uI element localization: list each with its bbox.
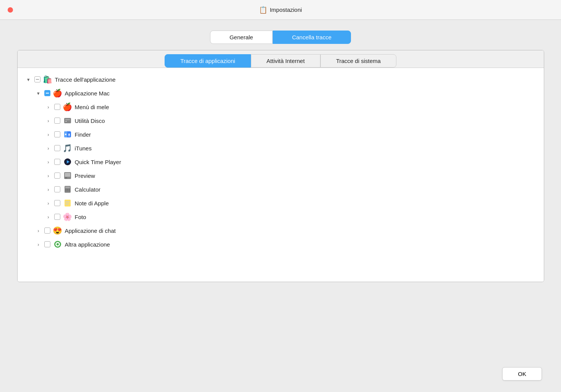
svg-rect-1 — [65, 119, 70, 120]
window-title: 📋 Impostazioni — [259, 6, 302, 14]
icon-finder — [63, 129, 73, 139]
checkbox-root[interactable] — [34, 76, 40, 82]
svg-rect-16 — [67, 189, 68, 190]
icon-utilita-disco — [63, 116, 73, 126]
chevron-menu-mele[interactable]: › — [45, 104, 52, 110]
tree-row-chat: › 😍 Applicazione di chat — [25, 224, 536, 237]
chevron-finder[interactable]: › — [45, 132, 52, 137]
label-calculator: Calculator — [75, 186, 101, 193]
svg-rect-14 — [65, 187, 70, 188]
label-applicazione-mac: Applicazione Mac — [65, 90, 110, 97]
svg-point-6 — [68, 134, 70, 135]
tree-row-finder: › Finder — [25, 127, 536, 141]
tree-row-quicktime: › Quick Time Player — [25, 155, 536, 169]
tree-row-menu-mele: › 🍎 Menù di mele — [25, 100, 536, 114]
label-itunes: iTunes — [75, 145, 92, 152]
chevron-altra[interactable]: › — [35, 242, 42, 247]
label-note: Note di Apple — [75, 200, 109, 206]
main-content: Generale Cancella tracce Tracce di appli… — [0, 20, 561, 290]
checkbox-utilita-disco[interactable] — [54, 118, 60, 124]
checkbox-calculator[interactable] — [54, 186, 60, 192]
tree-row-foto: › 🌸 Foto — [25, 210, 536, 224]
icon-menu-mele: 🍎 — [63, 102, 73, 112]
top-tab-bar: Generale Cancella tracce — [210, 31, 351, 44]
tab-cancella-tracce[interactable]: Cancella tracce — [273, 31, 351, 44]
chevron-preview[interactable]: › — [45, 173, 52, 179]
checkbox-altra[interactable] — [44, 241, 50, 247]
icon-preview — [63, 171, 73, 181]
chevron-chat[interactable]: › — [35, 228, 42, 234]
checkbox-applicazione-mac[interactable] — [44, 90, 50, 96]
svg-rect-11 — [65, 173, 70, 177]
tree-row-itunes: › 🎵 iTunes — [25, 141, 536, 155]
sub-tab-bar: Tracce di applicazioni Attività Internet… — [18, 50, 544, 68]
svg-rect-18 — [65, 190, 66, 191]
ok-button[interactable]: OK — [502, 367, 542, 381]
titlebar: 📋 Impostazioni — [0, 0, 561, 20]
label-chat: Applicazione di chat — [65, 227, 116, 234]
chevron-applicazione-mac[interactable]: ▾ — [35, 90, 42, 96]
tree-row-note: › Note di Apple — [25, 196, 536, 210]
chevron-root[interactable]: ▾ — [25, 77, 32, 82]
label-preview: Preview — [75, 173, 95, 179]
svg-rect-23 — [65, 203, 69, 203]
footer: OK — [502, 367, 542, 381]
icon-note — [63, 198, 73, 208]
svg-point-5 — [65, 134, 66, 135]
svg-rect-15 — [65, 189, 66, 190]
label-finder: Finder — [75, 131, 91, 138]
tree-row-altra: › Altra applicazione — [25, 237, 536, 251]
svg-rect-2 — [65, 121, 67, 122]
checkbox-itunes[interactable] — [54, 145, 60, 151]
icon-applicazione-mac: 🍎 — [53, 88, 63, 98]
sub-tab-tracce-sistema[interactable]: Tracce di sistema — [320, 54, 396, 68]
svg-point-27 — [57, 243, 59, 245]
checkbox-foto[interactable] — [54, 214, 60, 220]
label-tracce-applicazione: Tracce dell'applicazione — [55, 76, 116, 83]
panel-container: Tracce di applicazioni Attività Internet… — [17, 50, 544, 282]
chevron-utilita-disco[interactable]: › — [45, 118, 52, 124]
icon-foto: 🌸 — [63, 212, 73, 222]
chevron-calculator[interactable]: › — [45, 187, 52, 192]
chevron-itunes[interactable]: › — [45, 145, 52, 151]
chevron-foto[interactable]: › — [45, 214, 52, 220]
title-text: Impostazioni — [270, 6, 302, 13]
chevron-note[interactable]: › — [45, 200, 52, 206]
label-menu-mele: Menù di mele — [75, 104, 109, 110]
icon-calculator — [63, 184, 73, 194]
svg-rect-22 — [65, 201, 70, 202]
checkbox-chat[interactable] — [44, 227, 50, 234]
svg-rect-19 — [67, 190, 68, 191]
tree-row-preview: › Preview — [25, 169, 536, 182]
label-quicktime: Quick Time Player — [75, 159, 121, 165]
checkbox-finder[interactable] — [54, 131, 60, 137]
icon-tracce-applicazione: 🛍️ — [43, 74, 53, 84]
checkbox-quicktime[interactable] — [54, 159, 60, 165]
tree-row-utilita-disco: › Utilità Disco — [25, 114, 536, 127]
label-altra: Altra applicazione — [65, 241, 110, 248]
checkbox-note[interactable] — [54, 200, 60, 206]
tree-row-calculator: › Calculator — [25, 182, 536, 196]
sub-tab-attivita-internet[interactable]: Attività Internet — [251, 54, 320, 68]
close-button[interactable] — [8, 7, 13, 13]
checkbox-preview[interactable] — [54, 173, 60, 179]
title-icon: 📋 — [259, 6, 267, 14]
svg-rect-24 — [65, 204, 68, 205]
label-foto: Foto — [75, 214, 86, 220]
sub-tab-tracce-applicazioni[interactable]: Tracce di applicazioni — [165, 54, 251, 68]
icon-altra — [53, 239, 63, 249]
checkbox-menu-mele[interactable] — [54, 104, 60, 110]
icon-itunes: 🎵 — [63, 143, 73, 153]
tree-area: ▾ 🛍️ Tracce dell'applicazione ▾ 🍎 Applic… — [18, 68, 544, 282]
icon-chat: 😍 — [53, 226, 63, 236]
label-utilita-disco: Utilità Disco — [75, 118, 105, 124]
svg-rect-0 — [64, 118, 71, 123]
icon-quicktime — [63, 157, 73, 167]
tree-row-applicazione-mac: ▾ 🍎 Applicazione Mac — [25, 86, 536, 100]
svg-rect-20 — [69, 190, 70, 191]
svg-rect-12 — [65, 177, 67, 178]
tree-row-root: ▾ 🛍️ Tracce dell'applicazione — [25, 73, 536, 86]
svg-rect-17 — [69, 189, 70, 190]
tab-generale[interactable]: Generale — [210, 31, 273, 44]
chevron-quicktime[interactable]: › — [45, 159, 52, 165]
